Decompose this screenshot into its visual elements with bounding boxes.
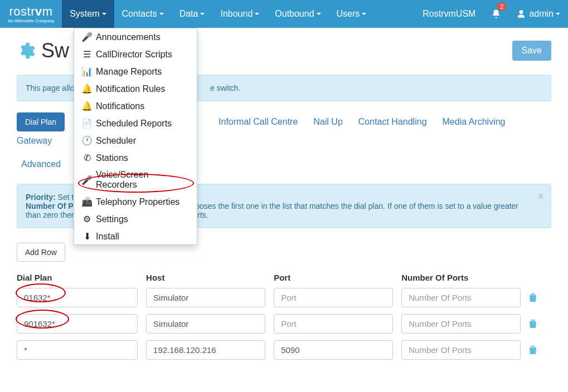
menu-calldirector-scripts[interactable]: ☰CallDirector Scripts [74,46,197,63]
nav-inbound[interactable]: Inbound [212,0,267,28]
menu-telephony-properties[interactable]: 📠Telephony Properties [74,193,197,210]
save-button[interactable]: Save [512,41,551,61]
table-row [17,288,551,307]
microphone-icon: 🎤 [82,175,92,185]
fax-icon: 📠 [82,197,92,207]
ports-input[interactable] [401,288,521,307]
gear-icon: ⚙ [82,214,92,224]
list-icon: ☰ [82,49,92,60]
delete-row-button[interactable] [529,320,551,329]
menu-install[interactable]: ⬇Install [74,228,197,245]
nav-system[interactable]: System [62,0,114,28]
nav-outbound[interactable]: Outbound [267,0,328,28]
menu-manage-reports[interactable]: 📊Manage Reports [74,63,197,80]
trash-icon [529,320,537,329]
nav-rostrvmusm[interactable]: RostrvmUSM [415,0,483,28]
trash-icon [529,346,537,355]
table-row [17,314,551,334]
bell-icon: 🔔 [82,84,92,94]
menu-voice-screen-recorders[interactable]: 🎤Voice/Screen Recorders [74,166,197,193]
menu-notifications[interactable]: 🔔Notifications [74,97,197,115]
th-dial-plan: Dial Plan [17,273,146,282]
dial-plan-input[interactable] [17,314,138,334]
nav-contacts[interactable]: Contacts [114,0,172,28]
port-input[interactable] [274,314,393,334]
menu-scheduled-reports[interactable]: 📄Scheduled Reports [74,115,197,132]
top-navbar: rostrvm An IMImobile Company System Cont… [0,0,568,28]
nav-users[interactable]: Users [329,0,375,28]
advanced-link[interactable]: Advanced [21,159,61,169]
clock-icon: 🕐 [82,135,92,146]
close-icon[interactable]: × [537,190,544,203]
add-row-button[interactable]: Add Row [17,243,65,262]
gear-icon [17,41,36,60]
bell-icon: 🔔 [82,101,92,111]
menu-stations[interactable]: ✆Stations [74,149,197,166]
ports-input[interactable] [401,340,521,360]
port-input[interactable] [274,340,393,360]
dial-plan-input[interactable] [17,288,138,307]
brand-logo[interactable]: rostrvm An IMImobile Company [0,0,62,28]
nav-user-menu[interactable]: admin [509,0,568,28]
trash-icon [529,293,537,302]
tab-media-archiving[interactable]: Media Archiving [443,112,506,131]
nav-data[interactable]: Data [172,0,213,28]
tab-nail-up[interactable]: Nail Up [313,112,342,131]
th-number-of-ports: Number Of Ports [401,273,529,282]
host-input[interactable] [146,340,265,360]
delete-row-button[interactable] [529,346,551,355]
ports-input[interactable] [401,314,521,334]
system-dropdown: 🎤Announcements ☰CallDirector Scripts 📊Ma… [74,28,197,245]
chart-icon: 📊 [82,66,92,77]
dial-plan-table: Dial Plan Host Port Number Of Ports [17,273,551,360]
tab-contact-handling[interactable]: Contact Handling [358,112,427,131]
user-icon [517,9,526,18]
dial-plan-input[interactable] [17,340,138,360]
th-host: Host [146,273,274,282]
delete-row-button[interactable] [529,293,551,302]
port-input[interactable] [274,288,393,307]
menu-notification-rules[interactable]: 🔔Notification Rules [74,80,197,97]
menu-scheduler[interactable]: 🕐Scheduler [74,132,197,149]
table-row [17,340,551,360]
tab-dial-plan[interactable]: Dial Plan [17,112,65,131]
tab-informal-call-centre[interactable]: Informal Call Centre [219,112,298,131]
page-title: Sw [17,39,69,62]
host-input[interactable] [146,288,265,307]
notification-badge: 2 [497,3,506,11]
menu-announcements[interactable]: 🎤Announcements [74,28,197,46]
host-input[interactable] [146,314,265,334]
phone-icon: ✆ [82,153,92,163]
th-port: Port [274,273,401,282]
file-icon: 📄 [82,118,92,129]
notifications-bell[interactable]: 2 [483,0,509,28]
download-icon: ⬇ [82,231,92,242]
microphone-icon: 🎤 [82,32,92,42]
menu-settings[interactable]: ⚙Settings [74,210,197,228]
tab-gateway[interactable]: Gateway [17,131,52,150]
